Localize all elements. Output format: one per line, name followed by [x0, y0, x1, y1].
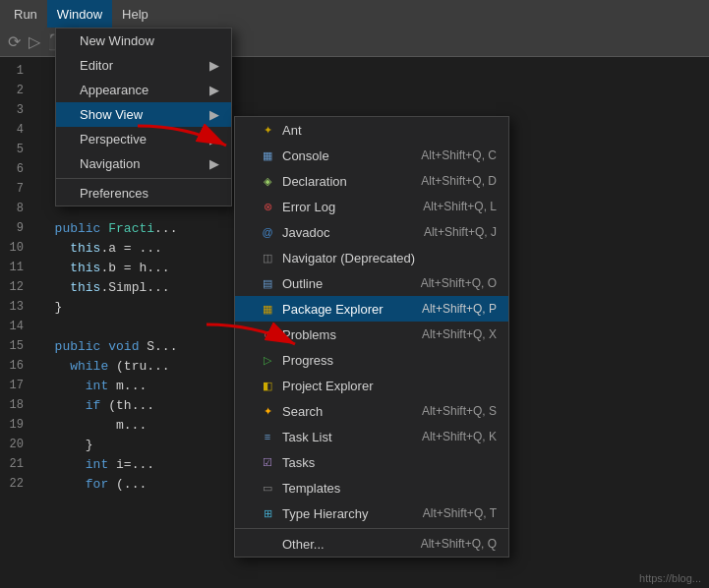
other-icon [259, 536, 276, 552]
showview-project-explorer[interactable]: ◧ Project Explorer [235, 373, 508, 398]
window-menu: New Window Editor ▶ Appearance ▶ Show Vi… [55, 28, 232, 206]
menu-preferences[interactable]: Preferences [56, 181, 231, 206]
url-hint: https://blog... [639, 572, 701, 584]
appearance-arrow: ▶ [209, 83, 219, 97]
menu-appearance[interactable]: Appearance ▶ [56, 78, 231, 102]
javadoc-icon: @ [259, 224, 276, 240]
errorlog-icon: ⊗ [259, 199, 276, 214]
project-explorer-icon: ◧ [259, 378, 276, 393]
showview-javadoc[interactable]: @ Javadoc Alt+Shift+Q, J [235, 219, 508, 245]
toolbar-icon1[interactable]: ⟳ [8, 32, 21, 51]
menu-show-view[interactable]: Show View ▶ [56, 102, 231, 127]
menu-window[interactable]: Window [47, 0, 112, 28]
tasks-icon: ☑ [259, 454, 276, 470]
console-icon: ▦ [259, 147, 276, 163]
showview-problems[interactable]: ⊗ Problems Alt+Shift+Q, X [235, 322, 508, 347]
showview-tasks[interactable]: ☑ Tasks [235, 449, 508, 475]
menubar: Run Window Help [0, 0, 709, 28]
templates-icon: ▭ [259, 480, 276, 496]
showview-other[interactable]: Other... Alt+Shift+Q, Q [235, 531, 508, 557]
menu-perspective[interactable]: Perspective ▶ [56, 127, 231, 151]
showview-progress[interactable]: ▷ Progress [235, 347, 508, 373]
task-list-icon: ≡ [259, 429, 276, 444]
showview-separator [235, 528, 508, 529]
menu-separator-1 [56, 178, 231, 179]
progress-icon: ▷ [259, 352, 276, 368]
menu-navigation[interactable]: Navigation ▶ [56, 151, 231, 176]
menu-help-label: Help [122, 7, 148, 22]
showview-navigator[interactable]: ◫ Navigator (Deprecated) [235, 245, 508, 270]
ant-icon: ✦ [259, 122, 276, 138]
show-view-arrow: ▶ [209, 107, 219, 122]
menu-new-window[interactable]: New Window [56, 29, 231, 53]
showview-console[interactable]: ▦ Console Alt+Shift+Q, C [235, 143, 508, 168]
menu-run-label: Run [14, 7, 37, 22]
menu-window-label: Window [57, 7, 102, 22]
problems-icon: ⊗ [259, 326, 276, 342]
showview-search[interactable]: ✦ Search Alt+Shift+Q, S [235, 398, 508, 424]
menu-editor[interactable]: Editor ▶ [56, 53, 231, 78]
type-hierarchy-icon: ⊞ [259, 505, 276, 521]
declaration-icon: ◈ [259, 173, 276, 189]
showview-menu: ✦ Ant ▦ Console Alt+Shift+Q, C ◈ Declara… [234, 116, 509, 558]
showview-task-list[interactable]: ≡ Task List Alt+Shift+Q, K [235, 424, 508, 449]
toolbar-icon2[interactable]: ▷ [29, 32, 40, 51]
editor-arrow: ▶ [209, 58, 219, 73]
package-explorer-icon: ▦ [259, 301, 276, 317]
menu-run[interactable]: Run [4, 0, 47, 28]
search-icon: ✦ [259, 403, 276, 419]
perspective-arrow: ▶ [209, 132, 219, 147]
navigator-icon: ◫ [259, 250, 276, 265]
showview-ant[interactable]: ✦ Ant [235, 117, 508, 143]
showview-type-hierarchy[interactable]: ⊞ Type Hierarchy Alt+Shift+Q, T [235, 500, 508, 526]
showview-errorlog[interactable]: ⊗ Error Log Alt+Shift+Q, L [235, 194, 508, 219]
showview-package-explorer[interactable]: ▦ Package Explorer Alt+Shift+Q, P [235, 296, 508, 322]
showview-declaration[interactable]: ◈ Declaration Alt+Shift+Q, D [235, 168, 508, 194]
outline-icon: ▤ [259, 275, 276, 291]
navigation-arrow: ▶ [209, 156, 219, 171]
showview-templates[interactable]: ▭ Templates [235, 475, 508, 500]
showview-outline[interactable]: ▤ Outline Alt+Shift+Q, O [235, 270, 508, 296]
menu-help[interactable]: Help [112, 0, 158, 28]
